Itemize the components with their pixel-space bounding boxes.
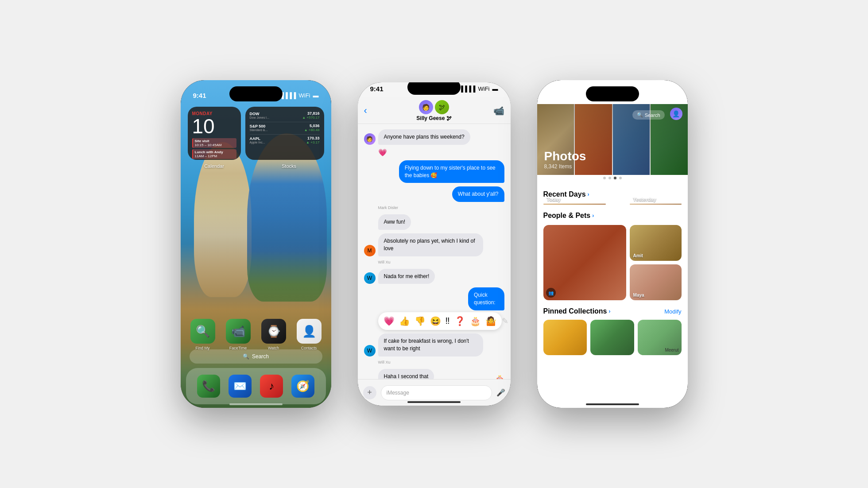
messages-screen: 9:41 ▐▐▐▐ WiFi ▬ ‹ 🧑 🕊 [358,82,511,406]
app-watch[interactable]: ⌚ Watch [259,319,289,350]
photos-title: Photos [544,149,681,163]
people-pets-title[interactable]: People & Pets › [543,212,594,220]
phone1-screen: 9:41 ▐▐▐▐ WiFi ▬ Mond [181,80,331,408]
dot-1 [603,177,606,179]
battery-3: ▬ [670,92,675,99]
app-grid: 🔍 Find My 📹 FaceTime ⌚ Watch [188,319,324,350]
dock-safari[interactable]: 🧭 [291,375,314,398]
cal-event1: Site visit 10:15 – 10:45AM [192,138,236,148]
today-card-side [607,204,626,205]
heart-reaction: 💗 [378,148,387,157]
amit-label: Amit [633,253,643,258]
signal-2: ▐▐▐▐ [459,85,476,92]
contacts-icon: 👤 [297,319,322,344]
back-button[interactable]: ‹ [364,105,367,116]
recent-days-chevron: › [588,191,589,198]
contact-avatar-2: 🕊 [435,100,449,114]
stocks-widget[interactable]: DOW Dow Jones I... 37,816 ▲ +570.17 S [245,107,324,160]
pinned-card-1[interactable] [543,320,587,355]
status-icons-1: ▐▐▐▐ WiFi ▬ [280,92,319,99]
contact-avatar-1: 🧑 [419,100,433,114]
calendar-widget[interactable]: Monday 10 Site visit 10:15 – 10:45AM Lun… [188,107,241,160]
stock-sub-3: Apple Inc... [250,141,265,144]
home-screen-bg: 9:41 ▐▐▐▐ WiFi ▬ Mond [181,80,331,408]
tapback-cake[interactable]: 🎂 [470,316,481,326]
tapback-thumbsup[interactable]: 👍 [399,316,410,326]
messages-content: 🧑 Anyone have plans this weekend? 💗 Flyi… [358,124,511,379]
people-pets-header: People & Pets › [543,212,682,220]
tapback-shrug[interactable]: 🤷 [485,316,496,326]
msg-row-mark-2: M Absolutely no plans yet, which I kind … [364,233,504,256]
status-bar-3: 9:41 ▐▐▐▐ WiFi ▬ [537,80,688,104]
dynamic-island-1 [229,86,283,101]
msg-row-quick: Quick question: [456,287,504,310]
pinned-row: Meerut [543,320,682,355]
home-indicator-1 [229,403,283,405]
modify-button[interactable]: Modify [664,308,681,315]
msg-bubble-quick: Quick question: [468,287,504,310]
search-label-photos: Search [645,112,660,118]
video-call-button[interactable]: 📹 [493,105,504,116]
pinned-header: Pinned Collections › Modify [543,307,682,315]
search-label: Search [252,353,269,360]
dock-mail[interactable]: ✉️ [229,375,252,398]
dot-2 [608,177,611,179]
today-card[interactable]: Today [543,204,626,205]
msg-bubble-cake: If cake for breakfast is wrong, I don't … [378,333,484,356]
tapback-exclaim[interactable]: ‼️ [446,316,450,326]
stocks-widget-label: Stocks [247,163,331,169]
app-findmy[interactable]: 🔍 Find My [188,319,218,350]
tapback-row: 💗 👍 👎 😆 ‼️ ❓ 🎂 🤷 ✎ [364,312,504,330]
imessage-placeholder: iMessage [387,390,409,396]
dock-phone[interactable]: 📞 [197,375,220,398]
home-indicator-2 [407,401,461,403]
app-contacts[interactable]: 👤 Contacts [294,319,324,350]
search-icon-photos: 🔍 [637,112,643,118]
photos-count: 8,342 Items [544,163,681,170]
imessage-input[interactable]: iMessage [381,385,492,400]
spotlight-search[interactable]: 🔍 Search [190,349,322,364]
tapback-thumbsdown[interactable]: 👎 [415,316,426,326]
stock-price-2: 5,036 [304,124,320,128]
map-label: Meerut [665,348,678,352]
maya-card[interactable]: Maya [630,264,682,300]
contact-info[interactable]: 🧑 🕊 Silly Geese 🕊 [416,100,451,121]
photos-search-button[interactable]: 🔍 Search [632,110,665,120]
tapback-question[interactable]: ❓ [454,316,465,326]
people-card-group[interactable]: 👥 [543,225,626,300]
tapback-heart[interactable]: 💗 [384,316,395,326]
event1-name: Site visit [195,139,235,143]
sender-mark: Mark Disler [378,205,504,210]
pinned-title[interactable]: Pinned Collections › [543,307,611,315]
time-2: 9:41 [370,85,384,93]
dock-music[interactable]: ♪ [260,375,283,398]
sender-will-1: Will Xu [378,260,504,264]
stock-row-2: S&P 500 Standard &... 5,036 ▲ +80.48 [250,124,320,132]
pinned-card-2[interactable] [590,320,634,355]
amit-card[interactable]: Amit [630,225,682,261]
status-icons-3: ▐▐▐▐ WiFi ▬ [636,92,675,99]
time-1: 9:41 [193,92,206,99]
msg-bubble-mark-1: Aww fun! [378,214,411,230]
pinned-card-3[interactable]: Meerut [638,320,682,355]
haha-row: Haha I second that 🎂 [364,369,504,379]
msg-row-haha: Haha I second that [364,369,495,379]
yesterday-card[interactable]: Yesterday [630,204,682,205]
phone3-screen: 9:41 ▐▐▐▐ WiFi ▬ [537,80,688,408]
phone3-frame: 9:41 ▐▐▐▐ WiFi ▬ [537,80,688,408]
microphone-button[interactable]: 🎤 [496,388,505,397]
battery-2: ▬ [492,85,498,92]
tapback-haha[interactable]: 😆 [430,316,441,326]
photos-profile-button[interactable]: 👤 [670,108,682,120]
photos-content: Recent Days › Today [537,184,688,408]
stock-price-1: 37,816 [302,111,319,116]
tapback-bar[interactable]: 💗 👍 👎 😆 ‼️ ❓ 🎂 🤷 [378,312,502,330]
phone2-screen: 9:41 ▐▐▐▐ WiFi ▬ ‹ 🧑 🕊 [358,82,511,406]
scene: 9:41 ▐▐▐▐ WiFi ▬ Mond [0,0,868,488]
message-add-button[interactable]: + [363,386,376,399]
people-grid: 👥 Amit Maya [543,225,682,300]
compose-icon[interactable]: ✎ [502,316,508,326]
stock-change-2: ▲ +80.48 [304,128,320,132]
photos-title-area: Photos 8,342 Items [537,104,688,175]
app-facetime[interactable]: 📹 FaceTime [223,319,253,350]
